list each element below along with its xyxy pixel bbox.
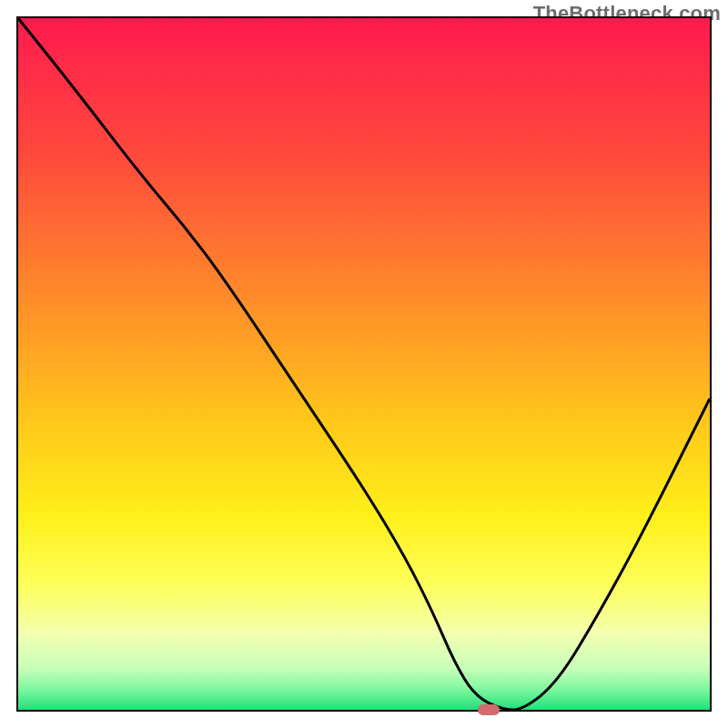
chart-container: TheBottleneck.com bbox=[0, 0, 728, 728]
optimal-point-marker bbox=[478, 704, 500, 715]
plot-area bbox=[16, 16, 712, 712]
curve-layer bbox=[18, 18, 710, 710]
bottleneck-curve bbox=[18, 18, 710, 710]
